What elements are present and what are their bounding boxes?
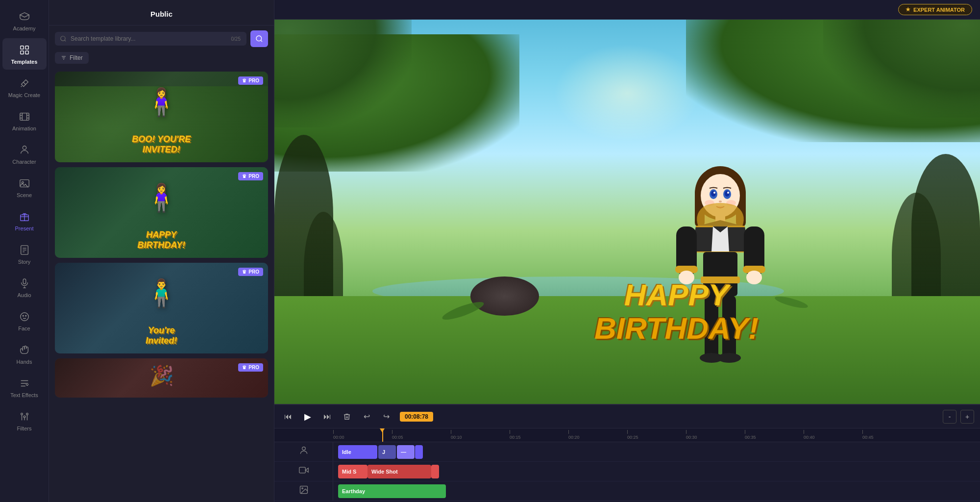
playhead[interactable] — [382, 428, 383, 442]
thumb-text: You'reInvited! — [55, 326, 268, 347]
search-button[interactable] — [250, 30, 268, 47]
scene-track-row: Earthday — [274, 481, 980, 501]
face-icon — [18, 310, 31, 324]
zoom-out-button[interactable]: - — [943, 410, 956, 424]
svg-point-46 — [713, 192, 715, 194]
sidebar: Academy Templates Magic Create — [0, 0, 49, 502]
template-card[interactable]: 🧍‍♀️ BOO! YOU'REINVITED! ♛ PRO — [55, 72, 268, 162]
clip-mid-shot[interactable]: Mid S — [338, 465, 368, 478]
svg-point-27 — [26, 413, 28, 415]
svg-rect-0 — [20, 46, 23, 49]
pro-label: PRO — [248, 78, 259, 83]
mic-icon — [18, 276, 31, 290]
template-card[interactable]: 🧍‍♀️ HAPPYBIRTHDAY! ♛ PRO — [55, 167, 268, 258]
clip-dash[interactable]: — — [397, 445, 415, 459]
sidebar-item-label: Story — [18, 259, 31, 265]
search-box[interactable]: 0/25 — [55, 32, 246, 46]
person-icon — [299, 446, 309, 455]
template-card[interactable]: 🧍‍♂️ You'reInvited! ♛ PRO — [55, 263, 268, 353]
sidebar-item-text-effects[interactable]: Text Effects — [2, 372, 47, 403]
panel-tab-public[interactable]: Public — [55, 7, 268, 21]
ruler-mark: 00:45 — [862, 430, 921, 440]
svg-point-31 — [61, 36, 65, 41]
ruler-mark: 00:25 — [627, 430, 686, 440]
hb-line1: HAPPY — [594, 278, 759, 312]
main-area: ★ EXPERT ANIMATOR — [274, 0, 980, 502]
thumb-char: 🧍‍♂️ — [145, 277, 178, 309]
clip-j[interactable]: J — [378, 445, 396, 459]
film-icon — [18, 110, 31, 124]
sidebar-item-audio[interactable]: Audio — [2, 272, 47, 303]
sidebar-item-filters[interactable]: Filters — [2, 405, 47, 436]
clip-wide-shot[interactable]: Wide Shot — [368, 465, 431, 478]
svg-rect-1 — [25, 46, 28, 49]
clip-earthday[interactable]: Earthday — [338, 484, 446, 498]
redo-button[interactable]: ↪ — [378, 409, 394, 425]
sidebar-item-animation[interactable]: Animation — [2, 105, 47, 136]
present-icon — [18, 210, 31, 224]
search-row: 0/25 — [49, 25, 274, 50]
magic-wand-icon — [18, 76, 31, 90]
svg-point-25 — [21, 413, 23, 415]
timeline-tracks: Idle J — — [274, 442, 980, 502]
clip-ws-end[interactable] — [431, 465, 439, 478]
template-thumb: 🧍‍♀️ HAPPYBIRTHDAY! — [55, 167, 268, 258]
undo-button[interactable]: ↩ — [359, 409, 374, 425]
sidebar-item-templates[interactable]: Templates — [2, 38, 47, 70]
camera-track-content[interactable]: Mid S Wide Shot — [333, 462, 980, 481]
expert-badge: ★ EXPERT ANIMATOR — [898, 4, 972, 15]
templates-panel: Public 0/25 Filter — [49, 0, 274, 502]
image-icon — [299, 485, 309, 495]
sidebar-item-magic-create[interactable]: Magic Create — [2, 72, 47, 103]
sidebar-item-face[interactable]: Face — [2, 305, 47, 336]
mortarboard-icon — [18, 10, 31, 24]
sidebar-item-label: Scene — [17, 192, 32, 198]
ruler-mark: 00:20 — [568, 430, 627, 440]
template-card[interactable]: 🎉 ♛ PRO — [55, 358, 268, 398]
sidebar-item-label: Animation — [12, 126, 36, 131]
thumb-char: 🧍‍♀️ — [145, 182, 178, 214]
sidebar-item-character[interactable]: Character — [2, 138, 47, 170]
play-button[interactable]: ▶ — [300, 409, 316, 425]
svg-rect-19 — [23, 279, 26, 284]
camera-track-icon — [299, 465, 309, 477]
sidebar-item-label: Character — [12, 159, 36, 165]
sidebar-item-label: Academy — [13, 25, 36, 31]
crown-icon: ♛ — [242, 269, 246, 275]
sidebar-item-academy[interactable]: Academy — [2, 5, 47, 36]
sidebar-item-story[interactable]: Story — [2, 238, 47, 270]
sidebar-item-scene[interactable]: Scene — [2, 172, 47, 203]
search-input[interactable] — [71, 35, 227, 42]
delete-button[interactable] — [339, 409, 355, 425]
sidebar-item-label: Templates — [11, 59, 38, 65]
pro-badge: ♛ PRO — [238, 268, 263, 276]
scene-track-content[interactable]: Earthday — [333, 481, 980, 501]
template-thumb: 🧍‍♂️ You'reInvited! — [55, 263, 268, 353]
star-icon: ★ — [906, 6, 910, 13]
skip-forward-button[interactable]: ⏭ — [319, 409, 335, 425]
svg-line-32 — [65, 40, 66, 42]
svg-point-11 — [23, 146, 26, 150]
expert-label: EXPERT ANIMATOR — [913, 7, 965, 13]
character-track-label — [274, 442, 333, 461]
svg-point-33 — [256, 36, 262, 41]
zoom-in-button[interactable]: + — [960, 410, 974, 424]
clip-idle[interactable]: Idle — [338, 445, 377, 459]
ruler-mark: 00:15 — [510, 430, 568, 440]
filter-icon-btn — [61, 55, 67, 61]
sidebar-item-hands[interactable]: Hands — [2, 338, 47, 370]
person-icon — [18, 143, 31, 157]
sidebar-item-present[interactable]: Present — [2, 205, 47, 236]
thumb-text: BOO! YOU'REINVITED! — [55, 134, 268, 155]
character-track-content[interactable]: Idle J — — [333, 442, 980, 461]
skip-back-button[interactable]: ⏮ — [280, 409, 296, 425]
clip-wideshot-label: Wide Shot — [371, 469, 398, 475]
document-icon — [18, 243, 31, 257]
clip-end[interactable] — [415, 445, 423, 459]
filter-button[interactable]: Filter — [55, 52, 89, 64]
ruler-mark: 00:30 — [686, 430, 745, 440]
pro-badge: ♛ PRO — [238, 76, 263, 85]
image-track-icon — [299, 485, 309, 497]
svg-line-34 — [261, 40, 262, 42]
thumb-text: HAPPYBIRTHDAY! — [55, 230, 268, 251]
